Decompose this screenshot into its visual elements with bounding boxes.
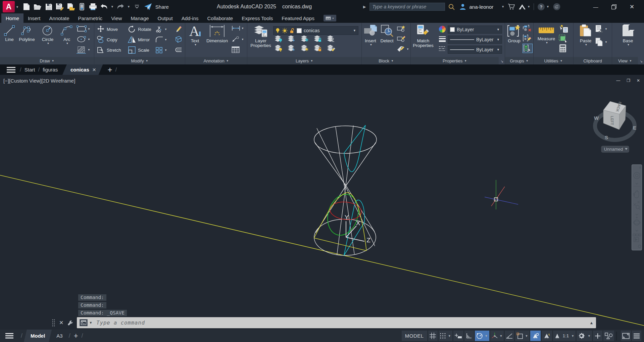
layer-isolate-icon[interactable]: [287, 34, 296, 43]
file-tab-start[interactable]: Start: [24, 67, 35, 72]
lineweight-caret[interactable]: ▼: [497, 38, 500, 41]
linear-dimension-button[interactable]: ▼: [232, 26, 244, 31]
search-icon[interactable]: [448, 4, 455, 10]
polar-caret[interactable]: ▼: [485, 334, 488, 338]
panel-title-modify[interactable]: Modify▼: [94, 57, 185, 64]
object-snap-caret[interactable]: ▼: [525, 334, 528, 338]
scale-button[interactable]: Scale: [128, 46, 149, 54]
layer-freeze-icon[interactable]: [300, 34, 309, 43]
linetype-icon[interactable]: [439, 46, 446, 52]
table-button[interactable]: [232, 46, 240, 53]
arc-button[interactable]: Arc ▼: [59, 25, 75, 45]
workspace-caret[interactable]: ▼: [588, 334, 591, 338]
leader-button[interactable]: ▼: [232, 36, 244, 42]
navbar-zoom-caret[interactable]: [636, 214, 638, 215]
model-tab[interactable]: Model: [24, 330, 52, 342]
hatch-button[interactable]: ▼: [77, 46, 90, 54]
offset-button[interactable]: [174, 46, 182, 53]
undo-caret[interactable]: ▼: [111, 5, 114, 8]
quick-calc-mark-button[interactable]: [558, 34, 568, 43]
orbit-icon[interactable]: [633, 217, 641, 225]
layout-menu-icon[interactable]: [5, 333, 13, 339]
plot-button[interactable]: [89, 2, 97, 11]
object-color-icon[interactable]: [439, 26, 446, 33]
navbar-settings-icon[interactable]: [638, 245, 641, 248]
layer-dropdown[interactable]: conicas ▼: [273, 26, 358, 35]
layer-thaw-icon[interactable]: [282, 28, 288, 34]
assistant-icon[interactable]: [553, 3, 561, 11]
share-label[interactable]: Share: [155, 4, 169, 10]
layer-unisolate-icon[interactable]: [287, 44, 296, 52]
panel-title-utilities[interactable]: Utilities▼: [534, 57, 573, 64]
cut-button[interactable]: ▼: [595, 25, 607, 33]
properties-launcher-icon[interactable]: ↘: [501, 59, 503, 63]
lineweight-icon[interactable]: [439, 36, 446, 42]
file-tab-figuras[interactable]: figuras: [43, 67, 58, 72]
ribbon-tab-express-tools[interactable]: Express Tools: [237, 13, 277, 23]
layer-off-icon[interactable]: [274, 34, 283, 43]
panel-title-view[interactable]: View▼: [612, 57, 638, 64]
ribbon-tab-collaborate[interactable]: Collaborate: [203, 13, 237, 23]
group-button[interactable]: Group: [506, 24, 522, 43]
annotation-visibility-toggle[interactable]: [530, 331, 541, 341]
status-customization-menu[interactable]: [632, 331, 641, 341]
view-launcher-icon[interactable]: ↘: [640, 59, 643, 63]
share-icon[interactable]: [144, 2, 152, 11]
write-block-button[interactable]: [397, 35, 406, 42]
ellipse-caret[interactable]: ▼: [88, 38, 90, 41]
cut-caret[interactable]: ▼: [605, 28, 607, 31]
layout-tab-a3[interactable]: A3: [52, 330, 67, 342]
measure-caret[interactable]: ▼: [546, 41, 548, 44]
ribbon-tab-output[interactable]: Output: [153, 13, 177, 23]
status-customize-plus[interactable]: [593, 331, 602, 341]
show-motion-icon[interactable]: [633, 234, 641, 242]
group-edit-button[interactable]: [523, 34, 532, 42]
viewcube-view-menu[interactable]: Unnamed: [601, 146, 629, 152]
model-space-button[interactable]: MODEL: [402, 331, 427, 341]
layer-on-icon[interactable]: [276, 28, 280, 34]
object-snap-tracking-toggle[interactable]: [505, 331, 514, 341]
search-collapse-caret[interactable]: ▶: [363, 5, 366, 9]
trim-caret[interactable]: ▼: [164, 28, 167, 31]
save-to-web-button[interactable]: [78, 2, 86, 11]
linear-dimension-caret[interactable]: ▼: [241, 27, 244, 30]
ungroup-button[interactable]: [523, 25, 532, 33]
match-properties-button[interactable]: MatchProperties: [412, 24, 434, 48]
ribbon-tab-featured-apps[interactable]: Featured Apps: [277, 13, 319, 23]
panel-title-clipboard[interactable]: Clipboard: [574, 57, 612, 64]
leader-caret[interactable]: ▼: [241, 38, 244, 41]
rectangle-button[interactable]: ▼: [77, 26, 90, 32]
cube-face-left[interactable]: LEFT: [610, 116, 614, 125]
workspace-switching-button[interactable]: ▼: [577, 331, 592, 341]
command-recent-caret[interactable]: ▼: [89, 321, 92, 325]
redo-caret[interactable]: ▼: [127, 5, 130, 8]
clean-screen-button[interactable]: [621, 331, 631, 341]
layer-thaw-all-icon[interactable]: [300, 44, 309, 52]
polar-tracking-toggle[interactable]: ▼: [475, 331, 489, 341]
command-close-icon[interactable]: ✕: [59, 320, 63, 326]
navbar-wheel-caret[interactable]: [636, 183, 638, 184]
insert-button[interactable]: Insert ▼: [363, 24, 378, 46]
qat-customize-icon[interactable]: [133, 2, 141, 11]
color-caret[interactable]: ▼: [497, 28, 500, 31]
open-from-web-button[interactable]: [66, 2, 75, 11]
annotation-scale-button[interactable]: 1:1▼: [553, 331, 576, 341]
app-menu-caret[interactable]: ▼: [16, 5, 19, 9]
new-tab-button[interactable]: +: [108, 65, 112, 75]
stretch-button[interactable]: Stretch: [97, 46, 121, 54]
panel-title-groups[interactable]: Groups▼: [505, 57, 533, 64]
layer-match-icon[interactable]: [327, 44, 335, 52]
snap-toggle[interactable]: ▼: [439, 331, 452, 341]
ribbon-display-toggle[interactable]: ▼: [324, 15, 336, 21]
trim-button[interactable]: ▼: [155, 26, 167, 33]
undo-button[interactable]: [100, 2, 108, 11]
paste-caret[interactable]: ▼: [585, 43, 588, 46]
layer-unlock-icon[interactable]: [313, 44, 322, 52]
ribbon-tab-parametric[interactable]: Parametric: [74, 13, 107, 23]
panel-title-annotation[interactable]: Annotation▼: [185, 57, 247, 64]
panel-title-layers[interactable]: Layers▼: [247, 57, 361, 64]
close-tab-icon[interactable]: ✕: [92, 67, 96, 72]
explode-button[interactable]: [174, 36, 182, 43]
array-caret[interactable]: ▼: [164, 49, 167, 52]
viewport-restore-icon[interactable]: ❐: [627, 78, 630, 83]
